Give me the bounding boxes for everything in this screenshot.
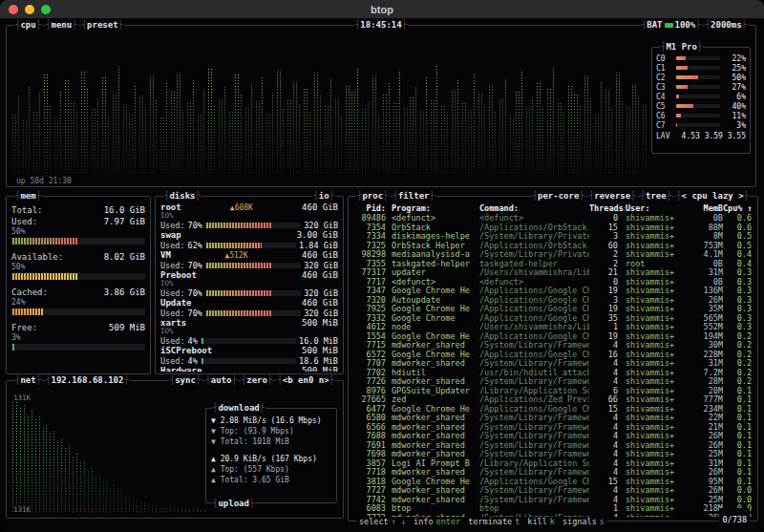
process-row[interactable]: 7698mdworker_shared/System/Library/Frame… [353, 450, 753, 459]
disk-row[interactable]: Hardware500 MiB [160, 366, 338, 372]
net-button-zero[interactable]: zero [241, 375, 274, 385]
process-row[interactable]: 3857Logi AI Prompt B/Library/Application… [353, 459, 753, 469]
disk-name: Update [160, 298, 192, 308]
process-row[interactable]: 7325OrbStack Helper/Applications/OrbStac… [353, 242, 753, 251]
process-row[interactable]: 7726mdworker_shared/System/Library/Frame… [353, 377, 753, 387]
mem-box-title[interactable]: mem [14, 191, 42, 201]
process-row[interactable]: 7320Autoupdate/Applications/Google Chrom… [353, 296, 753, 306]
core-load-fill [676, 85, 688, 89]
statusbar-key: ↑ ↓ [392, 517, 406, 526]
column-header-mem[interactable]: MemB [685, 203, 723, 214]
disk-row[interactable]: Preboot460 GiB [160, 270, 338, 280]
process-row[interactable]: 7332Google Chrome/Applications/Google Ch… [353, 314, 753, 324]
column-header-user[interactable]: User: [626, 203, 685, 214]
disk-row[interactable]: VM▲512K460 GiB [160, 250, 338, 260]
process-row[interactable]: 6566mdworker_shared/System/Library/Frame… [353, 423, 753, 433]
proc-option-per-core[interactable]: per-core [532, 191, 585, 201]
filter-button[interactable]: filter [393, 191, 435, 201]
disk-row[interactable]: root▲608K460 GiB [160, 202, 338, 212]
column-header-cpu[interactable]: Cpu% ↑ [723, 203, 753, 214]
process-row[interactable]: 3818Google Chrome He/Applications/Google… [353, 478, 753, 487]
graph-column [105, 502, 108, 513]
top-button-preset[interactable]: preset [81, 20, 124, 30]
graph-column [59, 91, 64, 174]
column-header-program[interactable]: Program: [392, 203, 479, 214]
process-row[interactable]: 7715mdworker_shared/System/Library/Frame… [353, 341, 753, 351]
process-row[interactable]: 6083btopbtop1shivammis+218M0.0 [353, 504, 753, 514]
graph-column [17, 96, 22, 175]
statusbar-item-select[interactable]: select↑ ↓ [359, 517, 406, 526]
process-row[interactable]: 7691mdworker_shared/System/Library/Frame… [353, 441, 753, 451]
process-row[interactable]: 7334diskimages-helpe/System/Library/Priv… [353, 232, 753, 242]
column-header-threads[interactable]: Threads: [589, 203, 626, 214]
proc-option-tree[interactable]: tree [640, 191, 673, 201]
io-mode-button[interactable]: io [312, 191, 335, 201]
top-button-menu[interactable]: menu [45, 20, 78, 30]
process-row[interactable]: 27665zed/Applications/Zed Preview.app/Co… [353, 395, 753, 405]
process-row[interactable]: 77317updater/Users/shivammishra/Library/… [353, 268, 753, 278]
process-row[interactable]: 7717<defunct><defunct>0shivammis+0B0.3 [353, 278, 753, 287]
interface-switcher[interactable]: <b en0 n> [276, 375, 335, 385]
column-header-command[interactable]: Command: [479, 203, 589, 214]
top-button-cpu[interactable]: cpu [14, 20, 42, 30]
process-row[interactable]: 7707mdworker_shared/System/Library/Frame… [353, 359, 753, 369]
process-command: /System/Library/Frameworks/CoreServi [479, 432, 589, 441]
graph-column [202, 90, 207, 175]
process-mem: 7.2M [685, 369, 723, 378]
process-threads: 2 [589, 250, 626, 260]
net-box-title[interactable]: net [14, 375, 42, 385]
graph-column [414, 87, 419, 175]
process-user: shivammis+ [626, 341, 685, 351]
process-row[interactable]: 7702hdiutil/usr/bin/hdiutil attach /User… [353, 369, 753, 378]
process-pid: 6580 [353, 414, 392, 423]
graph-column [159, 508, 161, 513]
close-window-button[interactable] [9, 5, 18, 14]
refresh-interval-button[interactable]: 2000ms [705, 20, 748, 30]
graph-column [91, 108, 96, 174]
graph-column [313, 73, 318, 175]
graph-column [56, 502, 59, 513]
column-header-pid[interactable]: Pid: [353, 203, 392, 214]
process-mem: 35M [685, 305, 723, 314]
process-row[interactable]: 8976GPGSuite_Updater/Library/Application… [353, 387, 753, 396]
disk-row[interactable]: xarts500 MiB [160, 318, 338, 328]
sort-selector[interactable]: < cpu lazy > [675, 191, 750, 201]
minimize-window-button[interactable] [25, 5, 34, 14]
statusbar-item-kill[interactable]: killk [527, 517, 555, 526]
core-load-fill [676, 95, 679, 98]
net-button-auto[interactable]: auto [204, 375, 238, 385]
process-program: mdworker_shared [392, 377, 479, 387]
process-row[interactable]: 7688mdworker_shared/System/Library/Frame… [353, 432, 753, 441]
process-row[interactable]: 6580mdworker_shared/System/Library/Frame… [353, 414, 753, 423]
process-row[interactable]: 7742mdworker_shared/System/Library/Frame… [353, 496, 753, 505]
statusbar-item-signals[interactable]: signalss [562, 517, 605, 526]
process-row[interactable]: 7354OrbStack/Applications/OrbStack.app/C… [353, 223, 753, 233]
disks-box-title[interactable]: disks [163, 191, 202, 201]
disk-row[interactable]: Update460 GiB [160, 298, 338, 308]
process-row[interactable]: 1554Google Chrome He/Applications/Google… [353, 332, 753, 342]
statusbar-item-info[interactable]: infoenter [414, 517, 460, 526]
process-row[interactable]: 98298mediaanalysisd-a/System/Library/Pri… [353, 250, 753, 260]
process-row[interactable]: 7727mdworker_shared/System/Library/Frame… [353, 486, 753, 496]
process-user: root [626, 260, 685, 269]
process-command: /Applications/Google Chrome.app/Cont [479, 405, 589, 415]
statusbar-item-terminate[interactable]: terminatet [468, 517, 520, 526]
process-row[interactable]: 7347Google Chrome He/Applications/Google… [353, 287, 753, 296]
net-button-sync[interactable]: sync [169, 375, 202, 385]
process-row[interactable]: 6572Google Chrome He/Applications/Google… [353, 351, 753, 360]
process-pid: 7334 [353, 232, 392, 242]
disk-row[interactable]: swap3.00 GiB [160, 230, 338, 240]
disk-row[interactable]: iSCPreboot500 MiB [160, 346, 338, 355]
process-row[interactable]: 7355taskgated-helpertaskgated-helper2roo… [353, 260, 753, 269]
zoom-window-button[interactable] [41, 5, 51, 14]
core-load-fill [676, 104, 693, 108]
process-row[interactable]: 4612node/Users/shivammishra/Library/Cach… [353, 323, 753, 332]
proc-option-reverse[interactable]: reverse [588, 191, 637, 201]
process-row[interactable]: 7925Google Chrome He/Applications/Google… [353, 305, 753, 314]
disk-used-value: 1.84 GiB [299, 241, 338, 250]
process-row[interactable]: 6477Google Chrome He/Applications/Google… [353, 405, 753, 415]
process-row[interactable]: 7718mdworker_shared/System/Library/Frame… [353, 468, 753, 478]
proc-box-title[interactable]: proc [356, 191, 390, 201]
disk-used-fill [205, 290, 272, 296]
process-row[interactable]: 89486<defunct><defunct>0shivammis+0B0.6 [353, 214, 753, 223]
